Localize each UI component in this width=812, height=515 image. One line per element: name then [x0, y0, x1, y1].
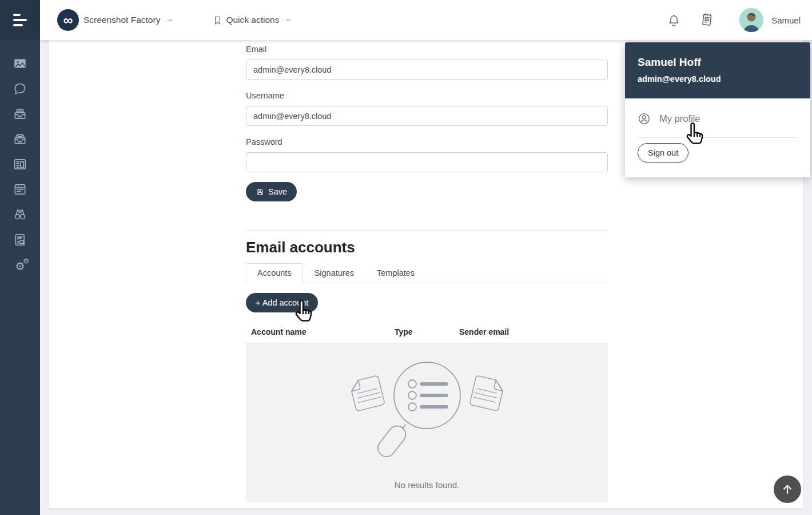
avatar-photo	[739, 8, 763, 32]
section-divider	[246, 230, 608, 231]
sign-out-button[interactable]: Sign out	[638, 143, 688, 163]
bell-icon	[667, 13, 681, 28]
save-button[interactable]: Save	[246, 182, 297, 201]
column-header-type: Type	[395, 327, 459, 336]
chat-icon	[13, 81, 27, 98]
settings-gears-icon: ⚙⚙	[15, 261, 25, 272]
user-dropdown: Samuel Hoff admin@every8.cloud My profil…	[625, 42, 810, 177]
tab-signatures[interactable]: Signatures	[303, 263, 365, 283]
sidebar-item-report[interactable]	[7, 233, 33, 248]
username-field[interactable]	[246, 106, 608, 126]
tab-templates[interactable]: Templates	[365, 263, 426, 283]
images-icon	[13, 56, 27, 73]
floppy-disk-icon	[256, 188, 264, 196]
archive-icon	[13, 132, 27, 149]
sidebar: ⚙⚙	[0, 0, 40, 515]
bookmark-icon	[213, 15, 222, 26]
menu-divider	[638, 137, 798, 138]
sidebar-item-chat[interactable]	[7, 82, 33, 97]
accounts-table-header: Account name Type Sender email	[246, 327, 608, 336]
scroll-to-top-button[interactable]	[774, 476, 801, 503]
password-label: Password	[246, 137, 608, 146]
email-field[interactable]	[246, 60, 608, 80]
sidebar-item-archive[interactable]	[7, 133, 33, 148]
column-header-account-name: Account name	[246, 327, 395, 336]
tasks-icon	[13, 182, 27, 199]
sidebar-item-news[interactable]	[7, 158, 33, 173]
accounts-empty-state: No results found.	[246, 343, 608, 502]
workspace-label: Screenshot Factory	[83, 15, 160, 25]
user-dropdown-header: Samuel Hoff admin@every8.cloud	[625, 42, 810, 98]
inbox-icon	[13, 106, 27, 124]
arrow-up-icon	[781, 483, 794, 496]
news-icon	[13, 157, 27, 174]
user-email: admin@every8.cloud	[638, 74, 798, 84]
workspace-switcher[interactable]: ∞ Screenshot Factory	[57, 9, 174, 31]
sidebar-nav: ⚙⚙	[0, 40, 40, 274]
sidebar-item-inbox[interactable]	[7, 108, 33, 122]
password-field[interactable]	[246, 152, 608, 172]
user-full-name: Samuel Hoff	[638, 56, 798, 69]
sidebar-item-binoculars[interactable]	[7, 208, 33, 223]
username-label: Username	[246, 91, 608, 100]
my-profile-label: My profile	[659, 113, 700, 124]
report-icon	[13, 232, 27, 249]
sidebar-item-images[interactable]	[7, 57, 33, 72]
navbar-user-name[interactable]: Samuel	[771, 15, 801, 25]
profile-form: Email Username Password Save	[246, 45, 608, 201]
add-account-button[interactable]: + Add account	[246, 293, 318, 312]
sidebar-toggle-button[interactable]	[0, 0, 40, 40]
email-accounts-tabs: Accounts Signatures Templates	[246, 263, 608, 283]
empty-state-illustration	[341, 356, 513, 465]
notifications-button[interactable]	[657, 13, 690, 28]
sidebar-item-settings[interactable]: ⚙⚙	[7, 259, 33, 274]
release-notes-button[interactable]	[690, 12, 723, 28]
menu-item-my-profile[interactable]: My profile	[638, 112, 798, 125]
column-header-sender-email: Sender email	[459, 327, 608, 336]
quick-actions-label: Quick actions	[226, 15, 279, 25]
chevron-down-icon	[167, 17, 174, 23]
top-navbar: ∞ Screenshot Factory Quick actions Samue…	[40, 0, 812, 40]
save-button-label: Save	[268, 187, 287, 196]
chevron-down-icon	[285, 17, 292, 23]
empty-state-message: No results found.	[395, 480, 459, 490]
quick-actions-button[interactable]: Quick actions	[213, 15, 292, 26]
binoculars-icon	[13, 207, 27, 224]
hamburger-icon	[13, 14, 27, 26]
email-accounts-title: Email accounts	[246, 239, 608, 256]
tab-accounts[interactable]: Accounts	[246, 263, 303, 283]
email-label: Email	[246, 45, 608, 54]
user-circle-icon	[638, 112, 651, 125]
avatar[interactable]	[739, 8, 763, 32]
app-logo: ∞	[57, 9, 79, 31]
release-notes-icon	[699, 12, 715, 28]
sidebar-item-tasks[interactable]	[7, 183, 33, 198]
